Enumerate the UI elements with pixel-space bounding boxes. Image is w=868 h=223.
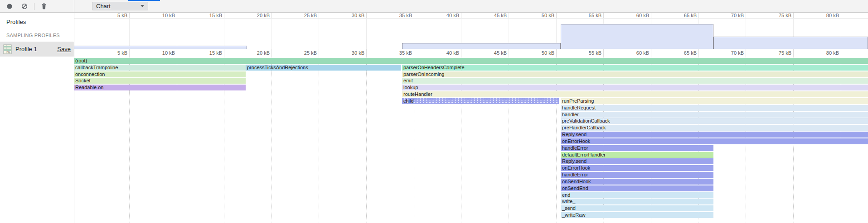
chart-view-select[interactable]: Chart	[92, 2, 148, 10]
flame-bar-label: onErrorHook	[562, 138, 590, 144]
flame-bar[interactable]: parserOnIncoming	[402, 71, 868, 77]
profile-name: Profile 1	[15, 46, 57, 52]
ruler-tick	[366, 13, 367, 18]
ruler-tick-label: 10 kB	[143, 50, 175, 56]
flame-bar[interactable]: write_	[561, 199, 713, 204]
sidebar-main-divider	[74, 0, 74, 223]
flame-gridline	[366, 57, 367, 223]
flame-bar-label: handleError	[562, 172, 588, 177]
ruler-tick	[651, 49, 651, 57]
flame-bar[interactable]: onSendHook	[561, 179, 713, 185]
ruler-tick	[698, 13, 699, 18]
flame-bar[interactable]: callbackTrampoline	[74, 65, 246, 71]
profile-list-item[interactable]: % Profile 1 Save	[0, 42, 74, 57]
ruler-tick	[366, 49, 367, 57]
ruler-tick	[177, 13, 177, 18]
flame-chart[interactable]: (root)callbackTrampolineprocessTicksAndR…	[74, 57, 868, 223]
toolbar-divider	[34, 3, 34, 10]
flame-bar-label: Socket	[75, 78, 91, 83]
flame-bar[interactable]: onSendEnd	[561, 185, 713, 191]
flame-bar[interactable]: onconnection	[74, 71, 246, 77]
ruler-tick-label: 80 kB	[807, 50, 839, 56]
flame-bar[interactable]: Readable.on	[74, 85, 246, 90]
flame-bar[interactable]: Socket	[74, 78, 246, 84]
flame-bar-label: (root)	[75, 58, 87, 63]
flame-bar[interactable]: onErrorHook	[561, 165, 713, 171]
flame-bar-label: runPreParsing	[562, 98, 594, 104]
ruler-tick	[129, 49, 130, 57]
sidebar-title: Profiles	[0, 13, 74, 25]
flame-bar-label: onSendEnd	[562, 185, 588, 191]
flame-bar[interactable]: processTicksAndRejections	[246, 65, 401, 71]
flame-bar[interactable]: child	[402, 98, 559, 104]
profiles-sidebar: Profiles SAMPLING PROFILES % Profile 1 S…	[0, 13, 74, 223]
flame-bar[interactable]: onErrorHook	[561, 138, 868, 144]
ruler-tick-label: 55 kB	[570, 50, 601, 56]
overview-area-segment	[402, 43, 561, 49]
overview-area-segment	[74, 46, 247, 49]
record-button[interactable]	[4, 1, 15, 12]
ruler-tick-label: 65 kB	[665, 50, 697, 56]
flame-bar[interactable]: _send	[561, 205, 713, 211]
ruler-tick-label: 70 kB	[712, 50, 744, 56]
flame-bar[interactable]: handler	[561, 112, 868, 118]
flame-bar[interactable]: handleError	[561, 172, 713, 178]
ruler-tick	[272, 49, 272, 57]
ruler-tick-label: 15 kB	[190, 50, 222, 56]
flame-bar[interactable]: _writeRaw	[561, 212, 713, 218]
flame-bar-label: onSendHook	[562, 179, 591, 184]
flame-bar[interactable]: handleRequest	[561, 105, 868, 111]
block-icon	[21, 3, 28, 9]
overview-gridline	[129, 18, 130, 49]
ruler-tick	[793, 49, 794, 57]
flame-bar-label: parserOnIncoming	[403, 71, 445, 77]
flame-bar-label: callbackTrampoline	[75, 65, 118, 70]
ruler-tick-label: 40 kB	[427, 50, 459, 56]
ruler-tick	[129, 13, 130, 18]
ruler-tick	[177, 49, 177, 57]
ruler-tick	[272, 13, 272, 18]
ruler-tick	[556, 49, 557, 57]
flame-chart-ruler: 5 kB10 kB15 kB20 kB25 kB30 kB35 kB40 kB4…	[74, 49, 868, 57]
ruler-tick	[319, 49, 319, 57]
flame-bar[interactable]: (root)	[74, 58, 868, 64]
flame-bar-label: preValidationCallback	[562, 118, 610, 123]
overview-area-segment	[713, 37, 868, 49]
overview-gridline	[224, 18, 224, 49]
ruler-tick	[461, 13, 461, 18]
overview-gridline	[319, 18, 319, 49]
ruler-tick	[224, 13, 224, 18]
flame-bar-label: Readable.on	[75, 85, 103, 90]
ruler-tick	[698, 49, 699, 57]
ruler-tick	[746, 13, 746, 18]
overview-area-segment	[561, 24, 713, 49]
clear-all-profiles-button[interactable]	[19, 1, 30, 12]
flame-bar[interactable]: preHandlerCallback	[561, 125, 868, 131]
ruler-tick-label: 50 kB	[523, 50, 554, 56]
flame-bar[interactable]: defaultErrorHandler	[561, 152, 713, 158]
save-profile-link[interactable]: Save	[57, 46, 71, 52]
ruler-tick-label: 45 kB	[475, 50, 507, 56]
flame-bar[interactable]: end	[561, 192, 713, 198]
chevron-down-icon	[141, 5, 144, 7]
flame-bar-label: _send	[562, 205, 576, 211]
allocation-overview-pane[interactable]	[74, 18, 868, 49]
flame-bar[interactable]: emit	[402, 78, 868, 84]
flame-bar[interactable]: Reply.send	[561, 158, 713, 164]
ruler-tick	[603, 49, 604, 57]
browser-tab-accent-strip	[128, 0, 160, 1]
flame-bar[interactable]: runPreParsing	[561, 98, 868, 104]
flame-bar[interactable]: handleError	[561, 145, 713, 151]
flame-bar[interactable]: lookup	[402, 85, 868, 90]
flame-bar-label: end	[562, 192, 570, 198]
flame-bar[interactable]: routeHandler	[402, 91, 868, 97]
delete-profile-button[interactable]	[39, 1, 49, 12]
ruler-tick	[224, 49, 224, 57]
flame-bar[interactable]: parserOnHeadersComplete	[402, 65, 868, 71]
flame-bar[interactable]: Reply.send	[561, 132, 868, 138]
ruler-tick	[319, 13, 319, 18]
ruler-tick	[841, 13, 841, 18]
flame-gridline	[272, 57, 272, 223]
trash-icon	[41, 3, 47, 9]
flame-bar[interactable]: preValidationCallback	[561, 118, 868, 124]
